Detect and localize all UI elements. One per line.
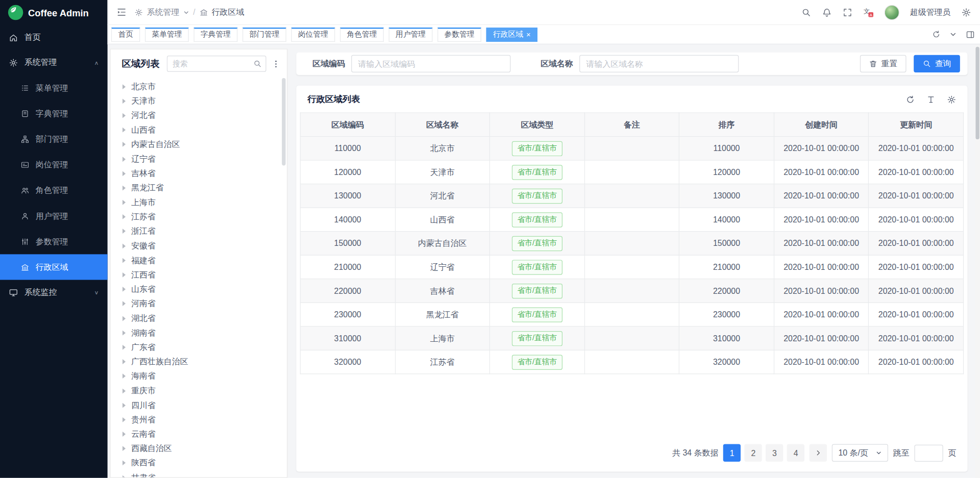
sidebar-item[interactable]: 参数管理 <box>0 229 108 254</box>
caret-right-icon[interactable] <box>122 171 126 176</box>
caret-right-icon[interactable] <box>122 461 126 466</box>
caret-right-icon[interactable] <box>122 272 126 278</box>
caret-right-icon[interactable] <box>122 345 126 350</box>
caret-right-icon[interactable] <box>122 287 126 292</box>
tab[interactable]: 行政区域 × <box>486 27 537 41</box>
caret-right-icon[interactable] <box>122 359 126 364</box>
app-logo[interactable]: Coffee Admin <box>0 0 108 25</box>
tree-node[interactable]: 河南省 <box>122 296 287 311</box>
caret-right-icon[interactable] <box>122 186 126 191</box>
sidebar-item[interactable]: 行政区域 <box>0 254 108 280</box>
reset-button[interactable]: 重置 <box>860 55 906 72</box>
notification-bell-icon[interactable] <box>822 7 832 17</box>
tab[interactable]: 岗位管理 <box>291 27 335 41</box>
tab[interactable]: 参数管理 <box>437 27 481 41</box>
refresh-icon[interactable] <box>932 30 941 39</box>
caret-right-icon[interactable] <box>122 98 126 104</box>
tree-search-button[interactable] <box>250 56 266 71</box>
tree-node[interactable]: 四川省 <box>122 398 287 412</box>
tree-node[interactable]: 辽宁省 <box>122 152 287 166</box>
tree-node[interactable]: 海南省 <box>122 369 287 383</box>
page-button[interactable]: 3 <box>766 444 783 462</box>
caret-right-icon[interactable] <box>122 301 126 307</box>
tab[interactable]: 字典管理 <box>194 27 238 41</box>
page-size-select[interactable]: 10 条/页 <box>832 444 888 462</box>
chevron-down-icon[interactable] <box>183 9 189 15</box>
table-row[interactable]: 150000 内蒙古自治区 省市/直辖市 150000 2020-10-01 0… <box>300 232 963 256</box>
tree-node[interactable]: 内蒙古自治区 <box>122 137 287 152</box>
tree-node[interactable]: 广西壮族自治区 <box>122 355 287 369</box>
caret-right-icon[interactable] <box>122 84 126 89</box>
tree-node[interactable]: 北京市 <box>122 80 287 94</box>
jump-page-input[interactable] <box>914 445 943 462</box>
sidebar-item[interactable]: 角色管理 <box>0 178 108 203</box>
sidebar-item[interactable]: 岗位管理 <box>0 152 108 178</box>
caret-right-icon[interactable] <box>122 142 126 147</box>
page-button[interactable]: 2 <box>745 444 762 462</box>
tree-node[interactable]: 广东省 <box>122 340 287 355</box>
tree-node[interactable]: 西藏自治区 <box>122 441 287 456</box>
tree-node[interactable]: 江西省 <box>122 268 287 282</box>
caret-right-icon[interactable] <box>122 475 126 477</box>
column-settings-gear-icon[interactable] <box>947 95 956 104</box>
table-row[interactable]: 320000 江苏省 省市/直辖市 320000 2020-10-01 00:0… <box>300 350 963 374</box>
scrollbar-thumb[interactable] <box>975 47 979 139</box>
tree-node[interactable]: 江苏省 <box>122 210 287 224</box>
name-input[interactable] <box>579 55 739 72</box>
tree-node[interactable]: 甘肃省 <box>122 470 287 477</box>
caret-right-icon[interactable] <box>122 388 126 393</box>
caret-right-icon[interactable] <box>122 128 126 133</box>
caret-right-icon[interactable] <box>122 330 126 335</box>
more-options-icon[interactable] <box>271 59 280 68</box>
sidebar-item[interactable]: 首页 <box>0 25 108 50</box>
tab[interactable]: 菜单管理 <box>145 27 189 41</box>
tree-node[interactable]: 福建省 <box>122 253 287 267</box>
caret-right-icon[interactable] <box>122 417 126 422</box>
sidebar-item[interactable]: 系统管理 ∧ <box>0 50 108 75</box>
table-row[interactable]: 230000 黑龙江省 省市/直辖市 230000 2020-10-01 00:… <box>300 303 963 326</box>
page-button[interactable]: 4 <box>787 444 804 462</box>
tree-node[interactable]: 黑龙江省 <box>122 181 287 195</box>
sidebar-item[interactable]: 菜单管理 <box>0 75 108 100</box>
code-input[interactable] <box>351 55 510 72</box>
caret-right-icon[interactable] <box>122 157 126 162</box>
search-button[interactable]: 查询 <box>914 55 960 72</box>
layout-panel-icon[interactable] <box>966 30 975 39</box>
user-name[interactable]: 超级管理员 <box>910 7 951 18</box>
tree-node[interactable]: 陕西省 <box>122 456 287 470</box>
user-avatar[interactable] <box>885 5 899 19</box>
tree-node[interactable]: 浙江省 <box>122 224 287 238</box>
caret-right-icon[interactable] <box>122 200 126 205</box>
caret-right-icon[interactable] <box>122 243 126 248</box>
sidebar-item[interactable]: 系统监控 ∨ <box>0 280 108 305</box>
tree-node[interactable]: 安徽省 <box>122 239 287 253</box>
caret-right-icon[interactable] <box>122 402 126 408</box>
tree-node[interactable]: 天津市 <box>122 94 287 108</box>
search-icon[interactable] <box>801 7 812 17</box>
translate-icon[interactable]: 文A <box>863 7 874 17</box>
table-row[interactable]: 220000 吉林省 省市/直辖市 220000 2020-10-01 00:0… <box>300 279 963 303</box>
caret-right-icon[interactable] <box>122 374 126 379</box>
table-row[interactable]: 140000 山西省 省市/直辖市 140000 2020-10-01 00:0… <box>300 208 963 232</box>
caret-right-icon[interactable] <box>122 316 126 321</box>
caret-right-icon[interactable] <box>122 113 126 118</box>
table-row[interactable]: 130000 河北省 省市/直辖市 130000 2020-10-01 00:0… <box>300 184 963 208</box>
tree-node[interactable]: 山东省 <box>122 282 287 296</box>
settings-gear-icon[interactable] <box>961 7 971 17</box>
caret-right-icon[interactable] <box>122 432 126 437</box>
breadcrumb-root[interactable]: 系统管理 <box>147 7 180 18</box>
caret-right-icon[interactable] <box>122 446 126 451</box>
tab-menu-chevron-icon[interactable] <box>949 31 957 38</box>
caret-right-icon[interactable] <box>122 229 126 234</box>
tree-node[interactable]: 河北省 <box>122 108 287 122</box>
tree-node[interactable]: 湖南省 <box>122 325 287 340</box>
table-row[interactable]: 110000 北京市 省市/直辖市 110000 2020-10-01 00:0… <box>300 137 963 161</box>
tree-node[interactable]: 山西省 <box>122 123 287 137</box>
tree-node[interactable]: 湖北省 <box>122 311 287 325</box>
tree-node[interactable]: 贵州省 <box>122 413 287 427</box>
tab[interactable]: 角色管理 <box>340 27 384 41</box>
table-row[interactable]: 310000 上海市 省市/直辖市 310000 2020-10-01 00:0… <box>300 326 963 350</box>
caret-right-icon[interactable] <box>122 258 126 263</box>
fullscreen-icon[interactable] <box>843 7 853 17</box>
sidebar-item[interactable]: 用户管理 <box>0 203 108 229</box>
